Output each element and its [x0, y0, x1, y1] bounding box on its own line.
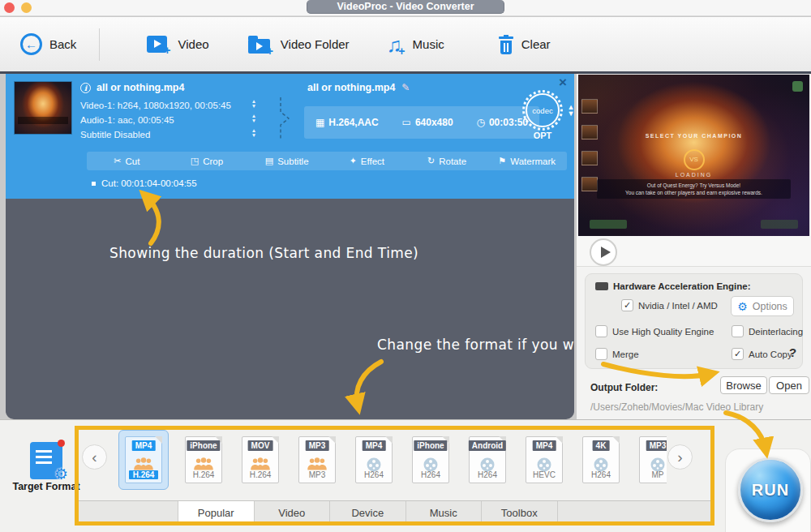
edit-tab[interactable]: ⚑ Watermark — [487, 152, 567, 170]
add-video-folder-button[interactable]: + Video Folder — [248, 35, 350, 54]
checkbox-merge[interactable]: Merge — [595, 348, 639, 360]
format-codec-label: H264 — [413, 470, 448, 479]
edit-tab-label: Subtitle — [277, 157, 308, 166]
video-label: Video — [178, 37, 209, 51]
scroll-left-button[interactable]: ‹ — [82, 444, 107, 470]
format-card[interactable]: MP3 MP — [636, 430, 667, 490]
preview-portrait — [581, 151, 598, 165]
scroll-right-button[interactable]: › — [667, 444, 693, 470]
checkbox-nvidia-intel-amd[interactable]: Nvidia / Intel / AMD — [621, 299, 718, 311]
format-doc-shape: MP3 MP — [639, 436, 667, 483]
checkbox-deinterlacing[interactable]: Deinterlacing — [732, 325, 803, 337]
people-group-icon — [242, 457, 278, 470]
edit-tab[interactable]: ◳ Crop — [167, 152, 247, 170]
format-name-badge: 4K — [593, 440, 610, 451]
run-button[interactable]: RUN — [738, 457, 803, 522]
checkbox-label: Merge — [612, 350, 639, 359]
clear-button[interactable]: Clear — [498, 34, 551, 55]
format-name-badge: Android — [469, 440, 506, 451]
play-button[interactable] — [590, 238, 617, 266]
format-codec-label: H264 — [356, 470, 392, 479]
format-card[interactable]: iPhone H.264 — [182, 430, 225, 490]
output-file-row: all or nothing.mp4 ✎ — [307, 82, 410, 93]
add-music-button[interactable]: ♫+ Music — [387, 36, 444, 54]
edit-tab[interactable]: ✦ Effect — [327, 152, 407, 170]
format-card[interactable]: MP3 MP3 — [295, 430, 339, 490]
format-card[interactable]: iPhone H264 — [409, 430, 453, 490]
format-tab[interactable]: Toolbox — [482, 501, 558, 525]
opt-label: OPT — [526, 131, 560, 140]
format-card[interactable]: MOV H.264 — [238, 430, 282, 490]
browse-button[interactable]: Browse — [720, 376, 767, 394]
format-tab-label: Toolbox — [501, 507, 538, 519]
format-card[interactable]: 4K H264 — [579, 430, 623, 490]
codec-gear-label: codec — [532, 106, 552, 115]
video-track-stepper[interactable]: ▲▼ — [249, 99, 259, 108]
format-codec-label: H264 — [470, 470, 505, 479]
minimize-window-button[interactable] — [21, 2, 32, 13]
format-card[interactable]: MP4 H.264 — [118, 430, 169, 490]
format-tab-label: Video — [278, 507, 305, 519]
back-button[interactable]: ← Back — [20, 33, 76, 55]
plus-icon: + — [267, 45, 273, 58]
format-tab-label: Device — [351, 507, 384, 519]
format-tab[interactable]: Popular — [178, 501, 255, 525]
notification-dot — [58, 440, 65, 447]
file-order-stepper[interactable]: ▲▼ — [566, 104, 576, 117]
add-video-button[interactable]: + Video — [147, 36, 208, 53]
format-doc-shape: 4K H264 — [582, 436, 620, 483]
edit-tab[interactable]: ▤ Subtitle — [247, 152, 327, 170]
options-button[interactable]: ⚙ Options — [731, 296, 794, 316]
output-resolution: 640x480 — [415, 117, 453, 128]
options-label: Options — [753, 301, 787, 312]
preview-heal-button — [590, 220, 627, 229]
toolbar-divider — [99, 28, 100, 61]
source-filename: all or nothing.mp4 — [97, 82, 184, 93]
media-info-panel: × i all or nothing.mp4 Video-1: h264, 10… — [6, 74, 574, 199]
format-card[interactable]: Android H264 — [466, 430, 509, 490]
checkbox-high-quality-engine[interactable]: Use High Quality Engine — [595, 325, 714, 337]
close-window-button[interactable] — [4, 2, 15, 13]
format-tab[interactable]: Video — [255, 501, 331, 525]
format-name-badge: MOV — [248, 440, 273, 451]
close-icon[interactable]: × — [559, 75, 567, 91]
open-button[interactable]: Open — [769, 376, 809, 394]
checkbox-box — [732, 325, 744, 337]
output-filename: all or nothing.mp4 — [307, 82, 395, 93]
source-file-row: i all or nothing.mp4 — [80, 82, 184, 93]
target-format-icon[interactable]: ⚙ — [30, 442, 62, 479]
format-doc-shape: MP4 HEVC — [526, 436, 563, 483]
format-tab[interactable]: Device — [330, 501, 406, 525]
format-doc-shape: MP3 MP3 — [298, 436, 336, 483]
clear-label: Clear — [521, 37, 551, 51]
help-icon[interactable]: ? — [789, 345, 796, 359]
checkbox-auto-copy[interactable]: Auto Copy — [732, 348, 792, 360]
trash-icon — [498, 34, 514, 55]
codec-option-gear-icon[interactable]: codec — [526, 93, 560, 127]
back-label: Back — [49, 37, 76, 51]
video-thumbnail — [14, 81, 72, 135]
format-doc-shape: MP4 H.264 — [125, 436, 162, 483]
preview-message-line1: Out of Quest Energy? Try Versus Mode! — [597, 182, 791, 189]
video-track-info: Video-1: h264, 1080x1920, 00:05:45 — [80, 101, 231, 110]
preview-vs-badge: VS — [684, 149, 705, 170]
format-name-badge: MP4 — [363, 440, 386, 451]
rename-pencil-icon[interactable]: ✎ — [401, 82, 410, 93]
format-card[interactable]: MP4 HEVC — [522, 430, 566, 490]
info-icon[interactable]: i — [80, 83, 91, 93]
edit-tab-icon: ✂ — [114, 156, 121, 166]
format-codec-label: H.264 — [129, 470, 157, 479]
format-card[interactable]: MP4 H264 — [352, 430, 396, 490]
format-tab[interactable]: Music — [406, 501, 483, 525]
checkbox-label: Auto Copy — [749, 350, 792, 359]
edit-tab[interactable]: ✂ Cut — [87, 152, 167, 170]
hardware-title-row: Hardware Acceleration Engine: — [595, 281, 751, 291]
audio-track-stepper[interactable]: ▲▼ — [249, 114, 259, 122]
format-name-badge: MP3 — [306, 440, 329, 451]
subtitle-track-info: Subtitle Disabled — [80, 130, 150, 139]
output-resolution-group: ▭ 640x480 — [402, 117, 453, 128]
people-group-icon — [126, 457, 161, 470]
subtitle-track-stepper[interactable]: ▲▼ — [249, 128, 259, 137]
edit-tab[interactable]: ↻ Rotate — [407, 152, 487, 170]
people-group-icon — [186, 457, 221, 470]
